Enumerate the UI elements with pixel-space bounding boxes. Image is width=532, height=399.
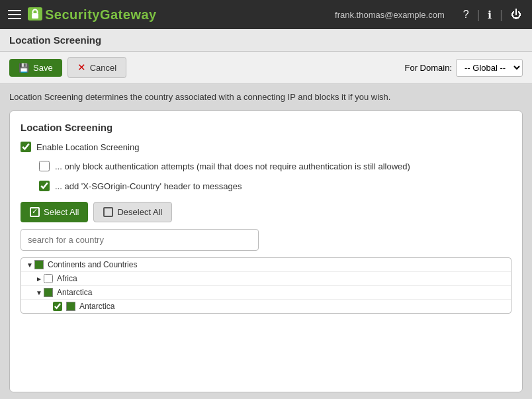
tree-toggle[interactable]: ▼ [25, 261, 34, 269]
add-header-checkbox[interactable] [39, 181, 50, 191]
search-input[interactable] [21, 229, 259, 251]
save-icon: 💾 [19, 63, 29, 73]
add-header-label[interactable]: ... add 'X-SGOrigin-Country' header to m… [55, 180, 242, 193]
tree-color-indicator [66, 302, 75, 311]
cancel-icon: ✕ [77, 62, 86, 73]
sub-options: ... only block authentication attempts (… [39, 160, 511, 193]
enable-checkbox-row: Enable Location Screening [21, 141, 511, 154]
deselect-all-button[interactable]: Deselect All [93, 202, 172, 222]
tree-row: ► Africa [21, 272, 511, 286]
header-action-icons: ? | ℹ | ⏻ [461, 7, 524, 22]
africa-checkbox[interactable] [44, 274, 53, 283]
user-email: frank.thomas@example.com [335, 10, 445, 20]
block-auth-checkbox[interactable] [39, 161, 50, 171]
description-text: Location Screening determines the countr… [9, 91, 523, 104]
tree-label: Antarctica [57, 288, 92, 297]
for-domain-group: For Domain: -- Global -- [404, 59, 523, 77]
tree-toggle[interactable]: ▼ [34, 289, 44, 296]
for-domain-label: For Domain: [404, 63, 452, 73]
tree-row: ▼ Continents and Countries [21, 258, 511, 272]
block-auth-label[interactable]: ... only block authentication attempts (… [55, 160, 410, 173]
content-area: Location Screening determines the countr… [0, 84, 532, 399]
page-title-bar: Location Screening [0, 29, 532, 52]
hamburger-menu[interactable] [8, 10, 21, 19]
select-all-icon [30, 207, 40, 217]
tree-color-indicator [44, 288, 53, 297]
antarctica-checkbox[interactable] [53, 302, 62, 311]
tree-color-indicator [34, 260, 44, 269]
tree-row: Antarctica [21, 300, 511, 313]
cancel-button[interactable]: ✕ Cancel [67, 57, 126, 78]
sub-option1-row: ... only block authentication attempts (… [39, 160, 511, 173]
separator: | [477, 8, 480, 22]
select-buttons-group: Select All Deselect All [21, 202, 511, 222]
location-screening-card: Location Screening Enable Location Scree… [9, 111, 523, 393]
toolbar: 💾 Save ✕ Cancel For Domain: -- Global -- [0, 52, 532, 84]
help-icon[interactable]: ? [461, 7, 472, 22]
separator2: | [500, 8, 503, 22]
card-title: Location Screening [21, 122, 511, 133]
svg-rect-0 [32, 13, 38, 19]
enable-location-label[interactable]: Enable Location Screening [36, 141, 139, 154]
tree-label: Continents and Countries [48, 260, 137, 269]
save-button[interactable]: 💾 Save [9, 59, 62, 77]
enable-location-checkbox[interactable] [21, 142, 31, 152]
tree-row: ▼ Antarctica [21, 286, 511, 300]
app-logo: SecurityGateway [28, 7, 157, 22]
tree-label: Africa [57, 274, 77, 283]
sub-option2-row: ... add 'X-SGOrigin-Country' header to m… [39, 180, 511, 193]
logout-icon[interactable]: ⏻ [508, 7, 524, 22]
country-tree: ▼ Continents and Countries ► Africa ▼ An… [21, 257, 511, 314]
tree-toggle[interactable]: ► [34, 275, 44, 283]
select-all-button[interactable]: Select All [21, 202, 88, 222]
domain-select[interactable]: -- Global -- [456, 59, 523, 77]
info-icon[interactable]: ℹ [485, 7, 494, 22]
app-header: SecurityGateway frank.thomas@example.com… [0, 0, 532, 29]
tree-label: Antarctica [79, 302, 114, 311]
deselect-all-icon [103, 207, 113, 217]
page-title: Location Screening [9, 34, 101, 46]
